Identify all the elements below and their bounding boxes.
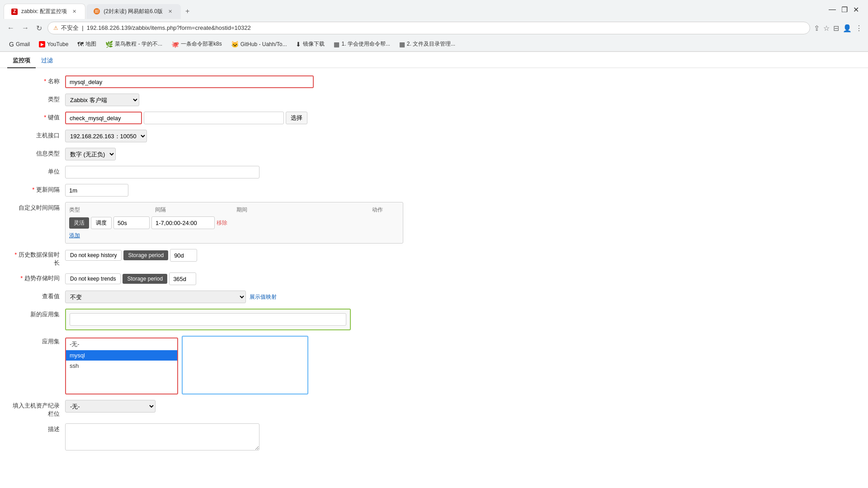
close-button[interactable]: ✕ bbox=[853, 5, 859, 14]
bookmark-mirror-label: 镜像下载 bbox=[303, 40, 325, 48]
cmd-icon: ▦ bbox=[334, 41, 340, 48]
minimize-button[interactable]: — bbox=[829, 5, 836, 14]
name-input[interactable] bbox=[65, 75, 314, 88]
form-row-asset: 填入主机资产纪录栏位 -无- bbox=[11, 400, 351, 418]
ci-row: 灵活 调度 移除 bbox=[69, 216, 399, 229]
subnav-item-filter[interactable]: 过滤 bbox=[36, 55, 58, 67]
tab-view-icon[interactable]: ⊟ bbox=[833, 24, 839, 33]
key-input-main[interactable] bbox=[65, 112, 142, 124]
bookmark-cainiao[interactable]: 🌿 菜鸟教程 - 学的不... bbox=[102, 39, 166, 49]
form-row-history: 历史数据保留时长 Do not keep history Storage per… bbox=[11, 249, 351, 267]
address-bar: ← → ↻ ⚠ 不安全 | 192.168.226.139/zabbix/ite… bbox=[0, 19, 868, 37]
type-label: 类型 bbox=[11, 94, 65, 103]
form-row-type: 类型 Zabbix 客户端 Zabbix 客户端(主动式) SNMP v1 bbox=[11, 94, 351, 106]
form-row-key: 键值 选择 bbox=[11, 112, 351, 124]
ci-field: 类型 间隔 期间 动作 灵活 调度 移除 添加 bbox=[65, 202, 403, 244]
gmail-icon: G bbox=[9, 41, 14, 48]
new-app-input[interactable] bbox=[70, 313, 346, 326]
forward-button[interactable]: → bbox=[20, 22, 31, 34]
history-value-input[interactable] bbox=[170, 249, 197, 262]
app-list-select: -无- mysql ssh bbox=[65, 338, 178, 394]
reload-button[interactable]: ↻ bbox=[34, 22, 44, 34]
bookmark-k8s[interactable]: 🐙 一条命令部署k8s bbox=[168, 39, 226, 49]
share-icon[interactable]: ⇪ bbox=[814, 24, 820, 33]
mirror-icon: ⬇ bbox=[296, 41, 301, 48]
subnav-item-monitor[interactable]: 监控项 bbox=[7, 55, 36, 68]
lookup-select[interactable]: 不变 bbox=[65, 291, 246, 303]
app-label: 应用集 bbox=[11, 336, 65, 346]
bookmark-mirror[interactable]: ⬇ 镜像下载 bbox=[292, 39, 328, 49]
profile-icon[interactable]: 👤 bbox=[843, 24, 852, 33]
bookmark-file[interactable]: ▦ 2. 文件及目录管理... bbox=[396, 39, 459, 49]
unit-input[interactable] bbox=[65, 166, 259, 178]
url-bar[interactable]: ⚠ 不安全 | 192.168.226.139/zabbix/items.php… bbox=[47, 22, 810, 34]
name-field bbox=[65, 75, 351, 88]
host-select[interactable]: 192.168.226.163：10050 bbox=[65, 130, 147, 142]
ci-remove-link[interactable]: 移除 bbox=[217, 219, 227, 227]
type-select[interactable]: Zabbix 客户端 Zabbix 客户端(主动式) SNMP v1 bbox=[65, 94, 139, 106]
new-app-field bbox=[65, 309, 351, 330]
browser-chrome: Z zabbix: 配置监控项 ✕ 邮 (2封未读) 网易邮箱6.0版 ✕ + … bbox=[0, 0, 868, 52]
bookmark-gmail[interactable]: G Gmail bbox=[5, 39, 33, 49]
history-storage-button[interactable]: Storage period bbox=[123, 250, 168, 260]
bookmark-cmd[interactable]: ▦ 1. 学会使用命令帮... bbox=[330, 39, 393, 49]
update-field bbox=[65, 184, 351, 197]
key-select-button[interactable]: 选择 bbox=[286, 112, 307, 124]
tab-close-inactive[interactable]: ✕ bbox=[166, 8, 174, 15]
form-row-app: 应用集 -无- mysql ssh bbox=[11, 336, 351, 394]
url-text: 不安全 | 192.168.226.139/zabbix/items.php?f… bbox=[61, 24, 804, 32]
key-field: 选择 bbox=[65, 112, 351, 124]
key-label: 键值 bbox=[11, 112, 65, 122]
trend-value-input[interactable] bbox=[169, 272, 196, 285]
tab-close-active[interactable]: ✕ bbox=[71, 8, 78, 15]
type-field: Zabbix 客户端 Zabbix 客户端(主动式) SNMP v1 bbox=[65, 94, 351, 106]
lookup-controls: 不变 展示值映射 bbox=[65, 291, 351, 303]
new-app-label: 新的应用集 bbox=[11, 309, 65, 319]
app-item-none[interactable]: -无- bbox=[66, 338, 177, 350]
bookmark-maps-label: 地图 bbox=[85, 40, 96, 48]
restore-button[interactable]: ❐ bbox=[841, 5, 848, 14]
tab-favicon-wy: 邮 bbox=[94, 8, 100, 14]
infotype-select[interactable]: 数字 (无正负) 字符 日志 数字 (浮点) 文本 bbox=[65, 148, 116, 160]
ci-header-type: 类型 bbox=[69, 206, 114, 214]
back-button[interactable]: ← bbox=[5, 22, 16, 34]
desc-textarea[interactable] bbox=[65, 423, 259, 450]
trend-storage-button[interactable]: Storage period bbox=[123, 274, 167, 284]
key-input-secondary[interactable] bbox=[144, 112, 284, 124]
app-list-selected bbox=[182, 336, 308, 394]
ci-period-input[interactable] bbox=[151, 216, 215, 229]
history-controls: Do not keep history Storage period bbox=[65, 249, 351, 262]
bookmark-github[interactable]: 🐱 GitHub - Uahh/To... bbox=[227, 39, 291, 49]
ci-schedule-button[interactable]: 调度 bbox=[91, 217, 112, 229]
bookmarks-bar: G Gmail ▶ YouTube 🗺 地图 🌿 菜鸟教程 - 学的不... 🐙… bbox=[0, 37, 868, 52]
ci-add-link[interactable]: 添加 bbox=[69, 232, 80, 239]
app-item-ssh[interactable]: ssh bbox=[66, 361, 177, 371]
ci-header-action: 动作 bbox=[372, 206, 399, 214]
tab-inactive[interactable]: 邮 (2封未读) 网易邮箱6.0版 ✕ bbox=[86, 4, 181, 19]
infotype-label: 信息类型 bbox=[11, 148, 65, 158]
bookmark-icon[interactable]: ☆ bbox=[823, 24, 830, 33]
window-controls: — ❐ ✕ bbox=[823, 5, 864, 18]
form-row-ci: 自定义时间间隔 类型 间隔 期间 动作 灵活 调度 移除 bbox=[11, 202, 351, 244]
app-field: -无- mysql ssh bbox=[65, 336, 351, 394]
ci-header: 类型 间隔 期间 动作 bbox=[69, 206, 399, 214]
ci-interval-input[interactable] bbox=[113, 216, 150, 229]
asset-select[interactable]: -无- bbox=[65, 400, 156, 413]
tab-active[interactable]: Z zabbix: 配置监控项 ✕ bbox=[4, 4, 85, 19]
ci-header-interval: 间隔 bbox=[155, 206, 209, 214]
sub-nav: 监控项 过滤 bbox=[0, 52, 868, 68]
update-input[interactable] bbox=[65, 184, 128, 197]
app-item-mysql[interactable]: mysql bbox=[66, 350, 177, 361]
bookmark-youtube[interactable]: ▶ YouTube bbox=[35, 40, 72, 49]
new-tab-button[interactable]: + bbox=[182, 4, 193, 19]
name-label: 名称 bbox=[11, 75, 65, 85]
bookmark-maps[interactable]: 🗺 地图 bbox=[74, 39, 100, 49]
lookup-mapping-link[interactable]: 展示值映射 bbox=[250, 293, 277, 301]
ci-header-period: 期间 bbox=[236, 206, 318, 214]
menu-icon[interactable]: ⋮ bbox=[855, 24, 863, 33]
trend-no-keep-button[interactable]: Do not keep trends bbox=[65, 273, 121, 284]
maps-icon: 🗺 bbox=[77, 41, 84, 48]
ci-flexible-button[interactable]: 灵活 bbox=[69, 217, 89, 229]
history-no-keep-button[interactable]: Do not keep history bbox=[65, 250, 122, 261]
key-input-group: 选择 bbox=[65, 112, 351, 124]
